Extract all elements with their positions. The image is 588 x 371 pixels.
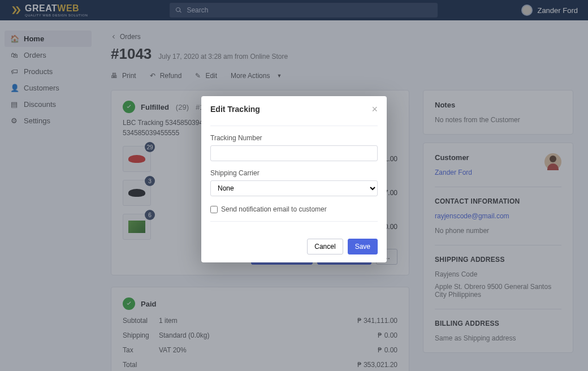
tracking-number-label: Tracking Number: [210, 134, 378, 142]
edit-tracking-modal: Edit Tracking × Tracking Number Shipping…: [201, 96, 387, 262]
cancel-button[interactable]: Cancel: [307, 239, 343, 254]
notify-label: Send notification email to customer: [221, 205, 327, 213]
tracking-number-input[interactable]: [210, 145, 378, 161]
carrier-label: Shipping Carrier: [210, 169, 378, 177]
save-button[interactable]: Save: [348, 239, 378, 254]
modal-title: Edit Tracking: [210, 105, 260, 114]
close-icon[interactable]: ×: [371, 104, 378, 114]
modal-overlay[interactable]: Edit Tracking × Tracking Number Shipping…: [0, 0, 588, 371]
notify-checkbox[interactable]: [210, 206, 218, 213]
carrier-select[interactable]: None: [210, 180, 378, 196]
